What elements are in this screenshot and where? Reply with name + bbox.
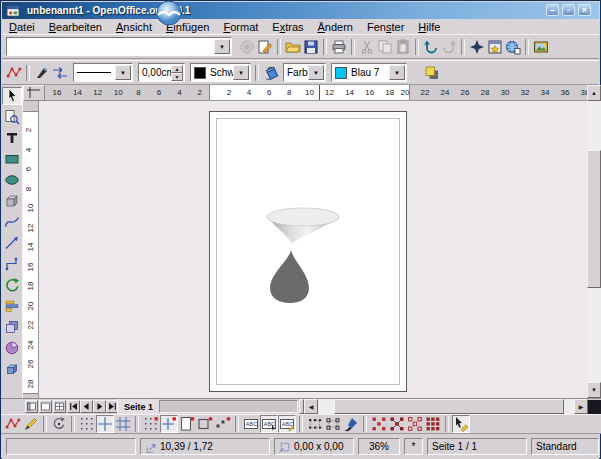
menu-fenster[interactable]: Fenster [360, 21, 411, 33]
double-click-to-edit-text-button[interactable]: ABC [278, 415, 296, 433]
snap-to-page-margins-button[interactable] [178, 415, 196, 433]
menu-bearbeiten[interactable]: Bearbeiten [42, 21, 109, 33]
spin-down-icon[interactable]: ▼ [171, 73, 183, 81]
horizontal-scrollbar-thumb[interactable] [334, 399, 564, 414]
scroll-up-button[interactable]: ▲ [587, 85, 601, 101]
status-page-field[interactable]: Seite 1 / 1 [427, 438, 527, 455]
horizontal-ruler[interactable]: 1614121086422468101214161820222426283032… [45, 85, 587, 101]
next-page-button[interactable] [93, 400, 106, 413]
zoom-tool-button[interactable] [2, 108, 22, 126]
fill-color-select[interactable]: Blau 7 ▼ [331, 63, 407, 82]
maximize-button[interactable]: ▫ [562, 4, 575, 16]
chevron-down-icon[interactable]: ▼ [214, 39, 230, 54]
status-position-field[interactable]: 10,39 / 1,72 [140, 438, 270, 455]
select-text-area-only-button[interactable]: ABC [260, 415, 278, 433]
vertical-scrollbar[interactable] [587, 101, 601, 382]
menu-extras[interactable]: Extras [265, 21, 310, 33]
edit-points-button[interactable] [5, 64, 23, 82]
show-grid-button[interactable] [78, 415, 96, 433]
chevron-down-icon[interactable]: ▼ [308, 65, 324, 80]
layer-view-2-button[interactable] [39, 400, 52, 413]
ruler-origin-box[interactable] [23, 85, 45, 101]
hyperlink-dialog-button[interactable] [504, 38, 522, 56]
previous-page-button[interactable] [80, 400, 93, 413]
chevron-down-icon[interactable]: ▼ [233, 65, 249, 80]
title-bar[interactable]: unbenannt1 - OpenOffice.org 1.0.1 – ▫ × [2, 2, 599, 19]
snap-to-object-border-button[interactable] [196, 415, 214, 433]
curve-tool-button[interactable] [2, 213, 22, 231]
rectangle-tool-button[interactable] [2, 150, 22, 168]
direct-editing-button[interactable] [22, 415, 40, 433]
undo-button[interactable] [422, 38, 440, 56]
horizontal-scrollbar[interactable] [318, 399, 574, 414]
vertical-ruler[interactable]: 246810121416182022242628 [23, 101, 39, 398]
close-button[interactable]: × [578, 4, 591, 16]
handles-option-1-button[interactable] [370, 415, 388, 433]
line-color-select[interactable]: Schwarz ▼ [190, 63, 251, 82]
navigator-button[interactable] [468, 38, 486, 56]
chevron-down-icon[interactable]: ▼ [115, 65, 131, 80]
modify-object-with-attributes-button[interactable] [306, 415, 324, 433]
text-tool-button[interactable] [2, 129, 22, 147]
gallery-button[interactable] [532, 38, 550, 56]
url-combobox[interactable]: ▼ [6, 37, 232, 56]
ellipse-tool-button[interactable] [2, 171, 22, 189]
3d-objects-tool-button[interactable] [2, 192, 22, 210]
menu-format[interactable]: Format [216, 21, 265, 33]
edit-file-button[interactable] [256, 38, 274, 56]
line-width-stepper[interactable]: 0,00cm ▲▼ [138, 63, 185, 82]
simple-handles-button[interactable] [324, 415, 342, 433]
effects-tool-button[interactable] [2, 339, 22, 357]
layer-view-3-button[interactable] [53, 400, 66, 413]
funnel-drop-shape[interactable] [261, 204, 345, 308]
create-object-with-attributes-button[interactable] [342, 415, 360, 433]
handles-option-2-button[interactable] [388, 415, 406, 433]
allow-quick-editing-button[interactable]: ABC [242, 415, 260, 433]
menu-datei[interactable]: Datei [2, 21, 42, 33]
spin-up-icon[interactable]: ▲ [171, 65, 183, 73]
url-field[interactable] [10, 38, 217, 55]
status-size-field[interactable]: 0,00 x 0,00 [274, 438, 354, 455]
insert-object-tool-button[interactable] [2, 360, 22, 378]
stylist-button[interactable] [486, 38, 504, 56]
status-zoom-field[interactable]: 36% [358, 438, 400, 455]
open-document-button[interactable] [284, 38, 302, 56]
show-snap-lines-button[interactable] [96, 415, 114, 433]
chevron-down-icon[interactable]: ▼ [389, 65, 405, 80]
arrow-style-button[interactable] [51, 64, 69, 82]
snap-to-snap-lines-button[interactable] [160, 415, 178, 433]
first-page-button[interactable] [67, 400, 80, 413]
line-style-select[interactable]: ▼ [73, 63, 133, 82]
layer-view-1-button[interactable] [25, 400, 38, 413]
scroll-right-button[interactable]: ▶ [574, 399, 588, 414]
shadow-button[interactable] [423, 64, 441, 82]
alignment-tool-button[interactable] [2, 297, 22, 315]
edit-mode-button[interactable] [452, 415, 470, 433]
handles-option-4-button[interactable] [424, 415, 442, 433]
save-document-button[interactable] [302, 38, 320, 56]
line-dialog-button[interactable] [33, 64, 51, 82]
snap-to-grid-button[interactable] [142, 415, 160, 433]
connector-tool-button[interactable] [2, 255, 22, 273]
rotate-tool-button[interactable] [2, 276, 22, 294]
arrange-tool-button[interactable] [2, 318, 22, 336]
area-dialog-button[interactable] [263, 64, 281, 82]
status-template-field[interactable]: Standard [531, 438, 599, 455]
drawing-canvas[interactable] [39, 101, 587, 398]
guides-when-moving-button[interactable] [114, 415, 132, 433]
status-modified-field: * [404, 438, 423, 455]
menu-hilfe[interactable]: Hilfe [411, 21, 447, 33]
edit-points-mode-button[interactable] [4, 415, 22, 433]
vertical-scrollbar-thumb[interactable] [587, 150, 601, 288]
minimize-button[interactable]: – [546, 4, 559, 16]
select-tool-button[interactable] [2, 87, 22, 105]
rotation-mode-button[interactable] [50, 415, 68, 433]
lines-arrows-tool-button[interactable] [2, 234, 22, 252]
scroll-left-button[interactable]: ◀ [304, 399, 318, 414]
scroll-down-button[interactable]: ▼ [587, 382, 601, 398]
fill-type-select[interactable]: Farbe ▼ [283, 63, 326, 82]
menu-ndern[interactable]: Ändern [311, 21, 360, 33]
handles-option-3-button[interactable] [406, 415, 424, 433]
snap-to-object-points-button[interactable] [214, 415, 232, 433]
print-file-button[interactable] [330, 38, 348, 56]
